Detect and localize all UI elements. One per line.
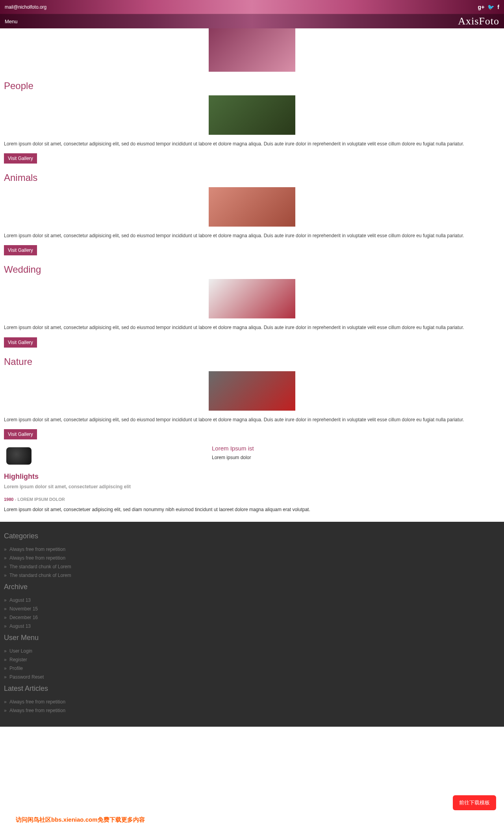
menu-toggle[interactable]: Menu xyxy=(5,19,18,24)
visit-gallery-button-people[interactable]: Visit Gallery xyxy=(4,153,37,164)
visit-gallery-button-wedding[interactable]: Visit Gallery xyxy=(4,337,37,348)
section-text-animals: Lorem ipsum dolor sit amet, consectetur … xyxy=(4,232,500,240)
footer-usermenu-list: User Login Register Profile Password Res… xyxy=(4,647,500,681)
highlights-meta: 1980 - LOREM IPSUM DOLOR xyxy=(4,497,500,502)
highlights-label: - LOREM IPSUM DOLOR xyxy=(13,497,65,502)
section-title-wedding: Wedding xyxy=(4,264,500,275)
list-item[interactable]: Password Reset xyxy=(4,673,500,681)
footer-usermenu-title: User Menu xyxy=(4,634,500,642)
email-link[interactable]: mail@nicholfoto.org xyxy=(5,4,46,10)
top-bar: mail@nicholfoto.org g+ 🐦 f xyxy=(0,0,504,14)
list-item[interactable]: December 16 xyxy=(4,613,500,622)
list-item[interactable]: November 15 xyxy=(4,605,500,613)
list-item[interactable]: Always free from repetition xyxy=(4,698,500,706)
aside-row: Lorem Ipsum ist Lorem ipsum dolor xyxy=(4,445,500,465)
highlights-subtitle: Lorem ipsum dolor sit amet, consectetuer… xyxy=(4,484,500,489)
visit-gallery-button-animals[interactable]: Visit Gallery xyxy=(4,245,37,255)
google-plus-icon[interactable]: g+ xyxy=(478,4,485,10)
list-item[interactable]: User Login xyxy=(4,647,500,655)
list-item[interactable]: Always free from repetition xyxy=(4,554,500,562)
highlights-year: 1980 xyxy=(4,497,13,502)
footer-categories-title: Categories xyxy=(4,532,500,540)
hero-image xyxy=(209,28,295,72)
list-item[interactable]: The standard chunk of Lorem xyxy=(4,562,500,571)
main-content: People Lorem ipsum dolor sit amet, conse… xyxy=(0,28,504,512)
footer: Categories Always free from repetition A… xyxy=(0,522,504,727)
list-item[interactable]: Profile xyxy=(4,664,500,673)
twitter-icon[interactable]: 🐦 xyxy=(487,4,494,10)
aside-text: Lorem ipsum dolor xyxy=(212,455,254,460)
section-title-animals: Animals xyxy=(4,172,500,183)
thumbnail-nature[interactable] xyxy=(209,371,295,411)
aside-title: Lorem Ipsum ist xyxy=(212,445,254,452)
highlights-body: Lorem ipsum dolor sit amet, consectetuer… xyxy=(4,507,500,512)
footer-latest-title: Latest Articles xyxy=(4,685,500,693)
highlights-title: Highlights xyxy=(4,473,500,481)
list-item[interactable]: Always free from repetition xyxy=(4,545,500,554)
visit-gallery-button-nature[interactable]: Visit Gallery xyxy=(4,429,37,439)
section-text-wedding: Lorem ipsum dolor sit amet, consectetur … xyxy=(4,324,500,331)
site-logo[interactable]: AxisFoto xyxy=(458,15,499,27)
footer-archive-list: August 13 November 15 December 16 August… xyxy=(4,596,500,631)
list-item[interactable]: Always free from repetition xyxy=(4,706,500,715)
section-text-people: Lorem ipsum dolor sit amet, consectetur … xyxy=(4,140,500,148)
section-title-nature: Nature xyxy=(4,356,500,367)
facebook-icon[interactable]: f xyxy=(497,4,499,10)
list-item[interactable]: The standard chunk of Lorem xyxy=(4,571,500,580)
footer-archive-title: Archive xyxy=(4,583,500,591)
aside-left xyxy=(4,445,212,465)
list-item[interactable]: August 13 xyxy=(4,596,500,605)
nav-bar: Menu AxisFoto xyxy=(0,14,504,28)
thumbnail-animals[interactable] xyxy=(209,187,295,227)
list-item[interactable]: August 13 xyxy=(4,622,500,631)
section-title-people: People xyxy=(4,80,500,91)
list-item[interactable]: Register xyxy=(4,655,500,664)
camera-icon xyxy=(6,447,32,465)
thumbnail-wedding[interactable] xyxy=(209,279,295,318)
footer-latest-list: Always free from repetition Always free … xyxy=(4,698,500,715)
thumbnail-people[interactable] xyxy=(209,95,295,135)
section-text-nature: Lorem ipsum dolor sit amet, consectetur … xyxy=(4,416,500,424)
social-links: g+ 🐦 f xyxy=(478,4,499,10)
footer-categories-list: Always free from repetition Always free … xyxy=(4,545,500,580)
aside-right: Lorem Ipsum ist Lorem ipsum dolor xyxy=(212,445,254,465)
